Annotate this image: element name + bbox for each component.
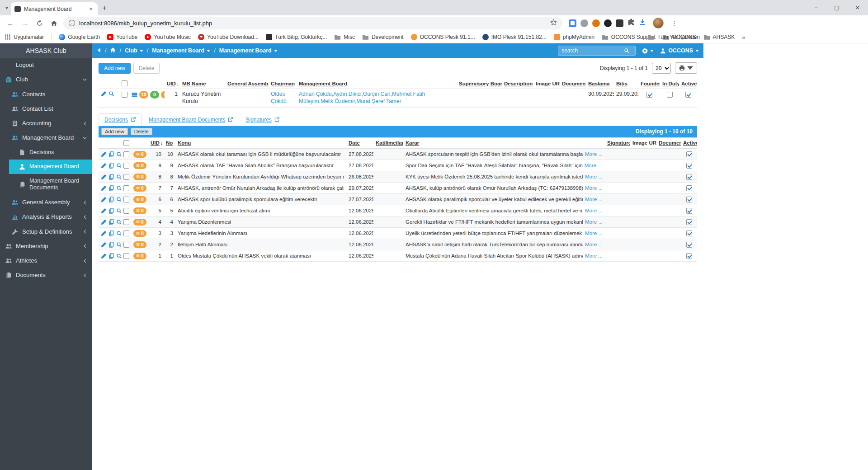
add-new-button[interactable]: Add new <box>99 63 131 74</box>
row-checkbox[interactable] <box>123 242 129 248</box>
extension-icon-2[interactable] <box>592 19 600 27</box>
tab-decisions[interactable]: Decisions <box>99 113 142 126</box>
extension-icon-4[interactable] <box>616 19 623 27</box>
decision-active-checkbox[interactable] <box>686 208 692 214</box>
decision-active-checkbox[interactable] <box>686 230 692 236</box>
url-bar[interactable]: i localhost:8086/mkb_kulup_yonetim_kurul… <box>63 17 562 29</box>
edit-icon[interactable] <box>101 163 107 169</box>
row-checkbox[interactable] <box>123 163 129 169</box>
more-link[interactable]: More ... <box>585 185 603 191</box>
search-input[interactable] <box>561 47 621 54</box>
sort-baslama[interactable]: Baslama <box>588 81 609 86</box>
edit-icon[interactable] <box>101 242 107 248</box>
decision-active-checkbox[interactable] <box>686 253 692 259</box>
row-checkbox[interactable] <box>123 185 129 191</box>
sidebar-item-athletes[interactable]: Athletes <box>0 254 92 268</box>
decision-active-checkbox[interactable] <box>686 219 692 225</box>
copy-icon[interactable] <box>108 163 114 169</box>
view-icon[interactable] <box>116 219 121 225</box>
attendees-count-badge[interactable]: 0 <box>133 185 146 192</box>
sort-active[interactable]: Active <box>681 81 697 86</box>
edit-icon[interactable] <box>101 174 107 180</box>
home-button[interactable] <box>47 17 61 29</box>
tab-management-board-documents[interactable]: Management Board Documents <box>143 113 238 126</box>
copy-icon[interactable] <box>108 208 114 214</box>
bookmark-youtube-music[interactable]: YouTube Music <box>145 34 191 40</box>
management-board-members-link[interactable]: Adnan Çökdü,Aydın Dikici,Gürçin Can,Mehm… <box>299 91 425 104</box>
copy-icon[interactable] <box>108 253 114 259</box>
sidebar-item-contacts[interactable]: Contacts <box>0 87 92 102</box>
sort-document[interactable]: Document <box>659 140 681 146</box>
decisions-count-badge[interactable]: 10 <box>139 91 148 99</box>
row-checkbox[interactable] <box>123 174 129 180</box>
browser-tab[interactable]: Management Board × <box>11 2 98 15</box>
view-icon[interactable] <box>116 242 121 248</box>
breadcrumb-management-board[interactable]: Management Board <box>152 47 210 54</box>
sidebar-item-contact-list[interactable]: Contact List <box>0 102 92 116</box>
bookmarks-overflow-chevron[interactable]: » <box>742 34 745 41</box>
tab-signatures[interactable]: Signatures <box>240 113 284 126</box>
search-icon[interactable] <box>624 48 629 53</box>
more-link[interactable]: More ... <box>585 163 602 168</box>
sidebar-item-membership[interactable]: Membership <box>0 239 92 254</box>
sort-general-assembly[interactable]: General Assembly <box>227 81 269 86</box>
tab-search-chevron[interactable]: ▼ <box>5 5 9 10</box>
sort-bitis[interactable]: Bitis <box>616 81 627 86</box>
documents-count-badge[interactable]: 0 <box>150 91 159 99</box>
site-info-icon[interactable]: i <box>69 20 75 26</box>
view-icon[interactable] <box>116 163 121 169</box>
edit-icon[interactable] <box>101 197 107 202</box>
row-checkbox[interactable] <box>123 197 129 202</box>
founder-checkbox[interactable] <box>646 92 652 98</box>
copy-icon[interactable] <box>108 242 114 248</box>
refresh-button[interactable] <box>33 17 46 29</box>
attendees-count-badge[interactable]: 0 <box>133 253 146 259</box>
back-button[interactable]: ← <box>4 17 17 29</box>
profile-avatar[interactable] <box>653 18 664 28</box>
apps-shortcut[interactable]: Uygulamalar <box>5 34 44 40</box>
edit-icon[interactable] <box>101 219 107 225</box>
edit-icon[interactable] <box>101 208 107 214</box>
more-link[interactable]: More ... <box>585 151 603 157</box>
new-tab-button[interactable]: + <box>102 4 107 12</box>
extensions-menu-icon[interactable] <box>627 19 635 28</box>
attendees-count-badge[interactable]: 0 <box>133 207 146 214</box>
bookmark-youtube[interactable]: YouTube <box>107 34 137 40</box>
more-link[interactable]: More ... <box>585 230 603 236</box>
forward-button[interactable]: → <box>18 17 32 29</box>
attendees-count-badge[interactable]: 0 <box>133 219 146 226</box>
sort-uid[interactable]: UID <box>167 81 176 86</box>
decision-active-checkbox[interactable] <box>686 163 692 169</box>
more-link[interactable]: More ... <box>585 208 603 213</box>
sort-founder[interactable]: Founder <box>641 81 660 86</box>
attendees-count-badge[interactable]: 0 <box>133 151 146 158</box>
row-checkbox[interactable] <box>123 230 129 236</box>
view-icon[interactable] <box>116 185 121 191</box>
select-all-checkbox[interactable] <box>122 80 127 86</box>
sort-decision-no[interactable]: No <box>166 140 173 146</box>
more-link[interactable]: More ... <box>585 174 603 179</box>
sidebar-item-analysis-reports[interactable]: Analysis & Reports <box>0 210 92 224</box>
breadcrumb-club[interactable]: Club <box>125 47 143 54</box>
chairman-link[interactable]: Oldes Çökdü <box>271 91 287 104</box>
decision-active-checkbox[interactable] <box>686 197 692 202</box>
sidebar-item-club[interactable]: Club <box>0 72 92 87</box>
more-link[interactable]: More ... <box>585 197 603 202</box>
sort-konu[interactable]: Konu <box>178 140 191 146</box>
sort-decision-active[interactable]: Active <box>683 140 697 146</box>
bookmark-google-earth[interactable]: Google Earth <box>59 34 100 40</box>
decisions-delete-button[interactable]: Delete <box>131 128 152 135</box>
edit-icon[interactable] <box>101 151 107 157</box>
extension-icon-3[interactable] <box>604 19 612 27</box>
attendees-count-badge[interactable]: 0 <box>133 162 146 169</box>
in-duty-checkbox[interactable] <box>667 92 673 98</box>
page-size-select[interactable]: 20 <box>652 63 671 74</box>
active-checkbox[interactable] <box>685 92 691 98</box>
sidebar-item-management-board-active[interactable]: Management Board <box>9 160 92 174</box>
row-checkbox[interactable] <box>123 151 129 157</box>
edit-icon[interactable] <box>101 253 107 259</box>
sort-chairman[interactable]: Chairman <box>271 81 295 86</box>
decisions-add-new-button[interactable]: Add new <box>101 128 128 135</box>
row-checkbox[interactable] <box>122 92 127 98</box>
sidebar-item-decisions[interactable]: Decisions <box>0 146 92 160</box>
